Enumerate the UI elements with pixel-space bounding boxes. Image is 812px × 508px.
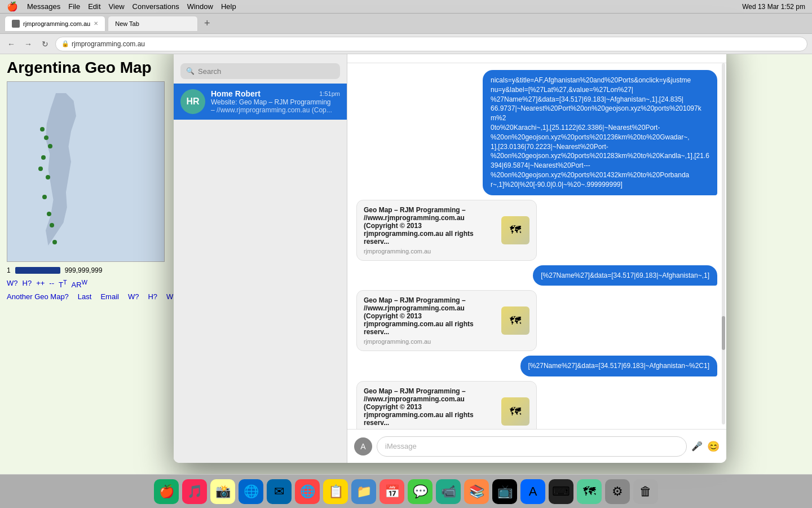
conversation-preview2: – //www.rjmprogramming.com.au (Cop...: [211, 106, 340, 114]
messages-scroll-area[interactable]: nicals=y&title=AF,Afghanistan%20and%20Po…: [347, 63, 726, 429]
control-h[interactable]: H?: [23, 279, 32, 289]
link-url-2: rjmprogramming.com.au: [364, 338, 496, 345]
link-thumb-3: 🗺: [501, 397, 529, 426]
apple-menu[interactable]: 🍎: [7, 1, 18, 12]
dock-icon-calendar[interactable]: 📅: [379, 479, 404, 504]
dock-icon-photos[interactable]: 📸: [210, 479, 235, 504]
scroll-thumb[interactable]: [722, 316, 725, 350]
map-dot: [46, 175, 50, 179]
menu-help[interactable]: Help: [221, 2, 236, 11]
menu-view[interactable]: View: [109, 2, 125, 11]
menu-edit[interactable]: Edit: [88, 2, 100, 11]
menu-window[interactable]: Window: [187, 2, 213, 11]
dock-icon-chrome[interactable]: 🌐: [295, 479, 320, 504]
message-input-area: A iMessage 🎤 😊: [347, 429, 726, 463]
address-bar[interactable]: 🔒 rjmprogramming.com.au: [55, 37, 807, 51]
map-dot: [50, 223, 54, 227]
control-tt[interactable]: TT: [59, 279, 67, 289]
dock-icon-files[interactable]: 📁: [351, 479, 376, 504]
control-ar[interactable]: ARW: [72, 279, 87, 289]
map-dot: [42, 195, 47, 199]
control-w[interactable]: W?: [7, 279, 18, 289]
search-input[interactable]: [198, 67, 334, 76]
dock-icon-trash[interactable]: 🗑: [633, 479, 658, 504]
message-received-3: Geo Map – RJM Programming – //www.rjmpro…: [356, 381, 717, 429]
search-icon: 🔍: [186, 67, 195, 75]
message-sent-2: [%27Name%27]&data=[34.517|69.183|~Afghan…: [533, 265, 717, 286]
dock-icon-facetime[interactable]: 📹: [436, 479, 461, 504]
link-thumb-1: 🗺: [501, 216, 529, 244]
dock-icon-music[interactable]: 🎵: [182, 479, 207, 504]
control-minus[interactable]: --: [49, 279, 54, 289]
conversation-preview: Website: Geo Map – RJM Programming: [211, 98, 340, 106]
dock-icon-appstore[interactable]: A: [520, 479, 545, 504]
link-preview-text-3: Geo Map – RJM Programming – //www.rjmpro…: [364, 387, 496, 429]
dock-icon-notes[interactable]: 📋: [323, 479, 348, 504]
dock-icon-mail[interactable]: ✉: [267, 479, 292, 504]
map-dot: [48, 144, 52, 148]
link-preview-text-2: Geo Map – RJM Programming – //www.rjmpro…: [364, 296, 496, 345]
legend-min: 1: [7, 266, 11, 274]
browser-tab-bar: rjmprogramming.com.au ✕ New Tab +: [0, 14, 812, 34]
link-preview-text-1: Geo Map – RJM Programming – //www.rjmpro…: [364, 206, 496, 255]
conversation-item-home-robert[interactable]: HR Home Robert 1:51pm Website: Geo Map –…: [174, 84, 347, 120]
menu-messages[interactable]: Messages: [27, 2, 60, 11]
menu-conversations[interactable]: Conversations: [133, 2, 179, 11]
messages-main-panel: To: Home Robert ℹ ⊞ ⋮ nicals=y&title=AF,…: [347, 34, 726, 463]
tab-label: rjmprogramming.com.au: [23, 20, 90, 27]
scroll-track[interactable]: [722, 63, 725, 424]
messages-sidebar: 🔍 HR Home Robert 1:51pm Website: Geo Map…: [174, 34, 347, 463]
dock-icon-finder[interactable]: 🍎: [154, 479, 179, 504]
link-h2[interactable]: H?: [148, 292, 157, 301]
link-email[interactable]: Email: [100, 292, 119, 301]
map-area: [7, 81, 165, 262]
dock-icon-terminal[interactable]: ⌨: [549, 479, 573, 504]
back-button[interactable]: ←: [5, 37, 18, 51]
menu-file[interactable]: File: [68, 2, 80, 11]
emoji-icon[interactable]: 😊: [707, 440, 720, 453]
link-url-1: rjmprogramming.com.au: [364, 248, 496, 255]
link-another-geo-map[interactable]: Another Geo Map?: [7, 292, 69, 301]
message-text-input[interactable]: iMessage: [377, 436, 687, 457]
map-shape-argentina: [36, 93, 86, 246]
link-last[interactable]: Last: [78, 292, 92, 301]
link-thumb-2: 🗺: [501, 306, 529, 335]
new-tab-button[interactable]: +: [200, 17, 214, 30]
dock-icon-maps[interactable]: 🗺: [577, 479, 602, 504]
conversation-info: Home Robert 1:51pm Website: Geo Map – RJ…: [211, 89, 340, 114]
browser-tab-active[interactable]: rjmprogramming.com.au ✕: [5, 16, 105, 32]
new-tab-label: New Tab: [115, 20, 191, 27]
link-title-1: Geo Map – RJM Programming – //www.rjmpro…: [364, 206, 496, 246]
menu-bar-right: Wed 13 Mar 1:52 pm: [742, 3, 805, 11]
forward-button[interactable]: →: [21, 37, 35, 51]
map-dot: [47, 212, 51, 216]
dock-icon-messages[interactable]: 💬: [408, 479, 433, 504]
conversation-name: Home Robert: [211, 89, 261, 98]
link-preview-1[interactable]: Geo Map – RJM Programming – //www.rjmpro…: [356, 200, 537, 261]
legend-bar: [15, 267, 60, 274]
dock-icon-books[interactable]: 📚: [464, 479, 489, 504]
map-dot: [38, 167, 43, 171]
link-w2[interactable]: W?: [128, 292, 139, 301]
dictate-icon[interactable]: 🎤: [691, 441, 703, 452]
map-dot: [40, 127, 45, 132]
dock: 🍎 🎵 📸 🌐 ✉ 🌐 📋 📁 📅 💬 📹 📚 📺 A ⌨ 🗺 ⚙ 🗑: [0, 474, 812, 508]
search-bar[interactable]: 🔍: [180, 63, 340, 79]
link-preview-3[interactable]: Geo Map – RJM Programming – //www.rjmpro…: [356, 381, 537, 429]
siri-button[interactable]: A: [354, 437, 372, 456]
control-plus[interactable]: ++: [36, 279, 45, 289]
message-received-1: Geo Map – RJM Programming – //www.rjmpro…: [356, 200, 717, 261]
message-placeholder: iMessage: [385, 442, 417, 450]
browser-nav-bar: ← → ↻ 🔒 rjmprogramming.com.au: [0, 34, 812, 54]
tab-close-button[interactable]: ✕: [94, 20, 98, 27]
dock-icon-tv[interactable]: 📺: [492, 479, 517, 504]
link-preview-2[interactable]: Geo Map – RJM Programming – //www.rjmpro…: [356, 290, 537, 351]
browser-tab-new[interactable]: New Tab: [108, 16, 198, 32]
dock-icon-safari[interactable]: 🌐: [239, 479, 263, 504]
reload-button[interactable]: ↻: [38, 37, 52, 51]
map-dot: [52, 240, 57, 244]
tab-bar: rjmprogramming.com.au ✕ New Tab +: [5, 16, 214, 32]
dock-icon-settings[interactable]: ⚙: [605, 479, 630, 504]
address-text: rjmprogramming.com.au: [72, 40, 145, 48]
menu-bar: 🍎 Messages File Edit View Conversations …: [0, 0, 812, 14]
